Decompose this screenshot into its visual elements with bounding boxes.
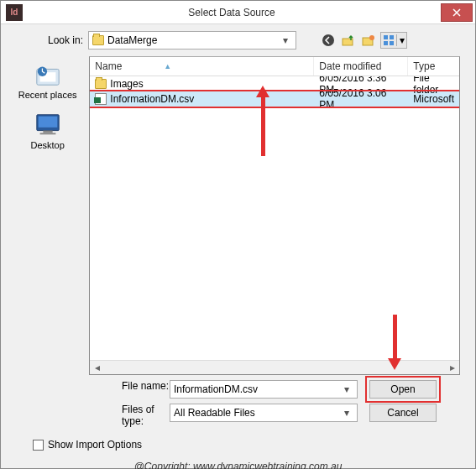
indesign-app-icon: Id <box>6 4 23 21</box>
checkbox-icon <box>33 440 44 451</box>
chevron-down-icon: ▾ <box>340 407 353 419</box>
look-in-dropdown[interactable]: DataMerge ▾ <box>88 31 296 50</box>
new-folder-icon <box>362 34 375 47</box>
files-of-type-dropdown[interactable]: All Readable Files ▾ <box>170 404 358 422</box>
look-in-value: DataMerge <box>107 34 275 46</box>
place-label: Desktop <box>30 140 64 150</box>
show-import-options-checkbox[interactable]: Show Import Options <box>33 439 458 451</box>
bottom-panel: File name: InformationDM.csv ▾ Open File… <box>9 375 467 454</box>
column-header-type[interactable]: Type <box>408 57 459 76</box>
file-name-input[interactable]: InformationDM.csv ▾ <box>170 380 358 399</box>
svg-rect-14 <box>39 133 55 134</box>
new-folder-button[interactable] <box>360 32 377 49</box>
scroll-left-icon: ◂ <box>90 361 104 375</box>
close-icon <box>452 8 461 17</box>
files-of-type-value: All Readable Files <box>174 407 340 419</box>
places-bar: Recent places Desktop <box>9 56 86 375</box>
open-button[interactable]: Open <box>369 380 437 399</box>
file-name: InformationDM.csv <box>110 93 194 105</box>
place-desktop[interactable]: Desktop <box>9 108 86 159</box>
file-row[interactable]: InformationDM.csv 6/05/2016 3:06 PM Micr… <box>90 91 459 107</box>
svg-point-3 <box>369 35 374 40</box>
window-title: Select Data Source <box>23 7 441 18</box>
close-button[interactable] <box>441 3 473 22</box>
copyright-text: @Copyright: www.dynamicwebtraining.com.a… <box>1 461 475 469</box>
folder-icon <box>95 78 107 90</box>
place-recent[interactable]: Recent places <box>9 58 86 108</box>
view-icon <box>381 34 396 46</box>
cancel-button[interactable]: Cancel <box>369 404 437 422</box>
chevron-down-icon: ▾ <box>279 34 292 46</box>
file-date: 6/05/2016 3:06 PM <box>314 87 408 111</box>
view-menu-button[interactable]: ▾ <box>380 32 407 49</box>
folder-icon <box>92 35 104 45</box>
recent-places-icon <box>32 61 64 88</box>
sort-ascending-icon: ▲ <box>164 62 171 70</box>
svg-rect-7 <box>390 41 394 45</box>
svg-rect-13 <box>43 131 52 133</box>
file-name-value: InformationDM.csv <box>174 383 340 395</box>
file-list-area: Name ▲ Date modified Type Images 6/05/20… <box>89 56 460 375</box>
svg-rect-4 <box>384 35 388 39</box>
column-header-name[interactable]: Name ▲ <box>90 57 314 76</box>
svg-point-0 <box>322 34 334 46</box>
svg-rect-12 <box>38 117 57 128</box>
desktop-icon <box>32 112 64 138</box>
svg-rect-5 <box>390 35 394 39</box>
title-bar: Id Select Data Source <box>1 1 475 24</box>
checkbox-label: Show Import Options <box>48 439 142 451</box>
chevron-down-icon: ▾ <box>340 383 353 395</box>
column-header-row: Name ▲ Date modified Type <box>90 57 459 76</box>
toolbar-icons: ▾ <box>320 32 407 49</box>
chevron-down-icon: ▾ <box>396 34 406 46</box>
csv-file-icon <box>95 93 107 105</box>
look-in-row: Look in: DataMerge ▾ <box>9 31 467 50</box>
select-data-source-dialog: Id Select Data Source Look in: DataMerge… <box>0 0 476 469</box>
look-in-label: Look in: <box>41 34 83 46</box>
file-type: Microsoft <box>408 93 459 105</box>
svg-rect-6 <box>384 41 388 45</box>
back-button[interactable] <box>320 32 337 49</box>
column-header-date[interactable]: Date modified <box>314 57 408 76</box>
files-of-type-label: Files of type: <box>98 404 170 427</box>
up-one-level-button[interactable] <box>340 32 357 49</box>
horizontal-scrollbar[interactable]: ◂ ▸ <box>90 360 459 374</box>
file-name: Images <box>110 78 143 90</box>
back-arrow-icon <box>322 34 335 47</box>
file-name-label: File name: <box>98 380 170 399</box>
place-label: Recent places <box>18 90 77 100</box>
folder-up-icon <box>342 34 355 47</box>
scroll-right-icon: ▸ <box>445 361 459 375</box>
file-list[interactable]: Images 6/05/2016 3:36 PM File folder Inf… <box>90 76 459 360</box>
